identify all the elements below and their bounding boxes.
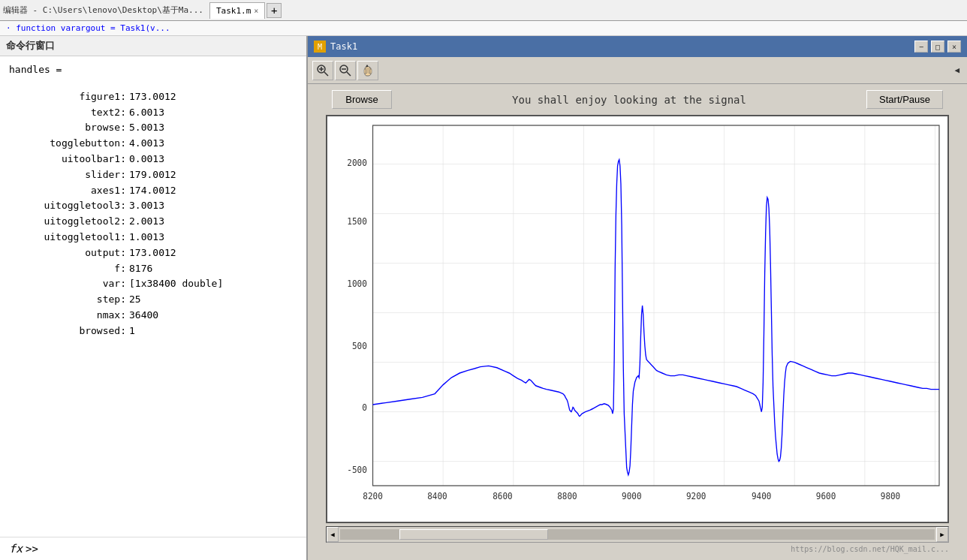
handles-label: handles =: [9, 62, 297, 78]
close-tab-icon[interactable]: ×: [254, 7, 258, 15]
svg-text:8800: 8800: [557, 491, 577, 502]
var-value: 0.0013: [129, 152, 164, 167]
var-name: uitoggletool1:: [9, 230, 129, 245]
minimize-button[interactable]: −: [914, 41, 928, 53]
svg-text:9600: 9600: [816, 491, 836, 502]
var-name: browsed:: [9, 324, 129, 339]
var-name: figure1:: [9, 89, 129, 105]
figure-title-text: Task1: [330, 41, 357, 52]
var-value: 2.0013: [129, 214, 164, 230]
var-name: axes1:: [9, 183, 129, 199]
code-text: · function varargout = Task1(v...: [6, 23, 170, 33]
svg-text:9800: 9800: [881, 491, 901, 502]
svg-text:2000: 2000: [347, 158, 367, 169]
cmd-content: handles = figure1: 173.0012text2: 6.0013…: [0, 56, 306, 537]
svg-line-5: [347, 72, 351, 76]
var-value: 174.0012: [129, 183, 176, 199]
close-button[interactable]: ×: [947, 41, 961, 53]
tab-bar: Task1.m × +: [209, 2, 282, 19]
svg-rect-8: [369, 68, 370, 74]
svg-rect-9: [364, 69, 366, 74]
svg-text:1000: 1000: [347, 278, 367, 289]
scroll-right-button[interactable]: ▶: [936, 527, 948, 542]
code-preview-line: · function varargout = Task1(v...: [0, 21, 967, 36]
svg-rect-11: [327, 116, 947, 522]
var-name: step:: [9, 292, 129, 308]
zoom-in-button[interactable]: [312, 61, 333, 80]
add-tab-button[interactable]: +: [267, 3, 282, 18]
toolbar-right-arrow: ◀: [954, 65, 962, 75]
svg-text:8200: 8200: [363, 491, 383, 502]
var-value: 179.0012: [129, 167, 176, 183]
var-line: step: 25: [9, 292, 297, 308]
var-line: uitoggletool1: 1.0013: [9, 230, 297, 245]
var-name: f:: [9, 261, 129, 277]
svg-rect-10: [370, 69, 372, 74]
var-value: 8176: [129, 261, 152, 277]
figure-titlebar: M Task1 − □ ×: [308, 36, 967, 57]
var-name: uitoolbar1:: [9, 152, 129, 167]
svg-text:0: 0: [362, 402, 367, 414]
var-value: [1x38400 double]: [129, 276, 223, 292]
figure-title-left: M Task1: [314, 41, 357, 53]
figure-icon-letter: M: [318, 43, 322, 51]
svg-text:9000: 9000: [622, 491, 642, 502]
var-value: 36400: [129, 308, 158, 324]
var-name: uitoggletool3:: [9, 198, 129, 214]
horizontal-scrollbar[interactable]: ◀ ▶: [326, 526, 949, 543]
var-line: slider: 179.0012: [9, 167, 297, 183]
var-line: var: [1x38400 double]: [9, 276, 297, 292]
svg-text:-500: -500: [347, 465, 367, 476]
var-name: output:: [9, 245, 129, 261]
right-panel: M Task1 − □ ×: [308, 36, 967, 560]
fx-icon: fx: [9, 542, 23, 555]
var-value: 25: [129, 292, 141, 308]
zoom-out-button[interactable]: [335, 61, 356, 80]
browse-button[interactable]: Browse: [332, 90, 392, 109]
figure-app-icon: M: [314, 41, 326, 53]
main-layout: 命令行窗口 handles = figure1: 173.0012text2: …: [0, 36, 967, 560]
var-line: text2: 6.0013: [9, 105, 297, 121]
svg-text:9400: 9400: [752, 491, 772, 502]
editor-bar: 编辑器 - C:\Users\lenovo\Desktop\基于Ma... Ta…: [0, 0, 967, 21]
var-line: figure1: 173.0012: [9, 89, 297, 105]
var-name: uitoggletool2:: [9, 214, 129, 230]
var-line: uitoolbar1: 0.0013: [9, 152, 297, 167]
var-line: axes1: 174.0012: [9, 183, 297, 199]
svg-text:8600: 8600: [493, 491, 513, 502]
maximize-button[interactable]: □: [931, 41, 944, 53]
signal-text: You shall enjoy looking at the signal: [512, 94, 746, 106]
watermark: https://blog.csdn.net/HQK_mail.c...: [320, 544, 955, 554]
editor-title: 编辑器 - C:\Users\lenovo\Desktop\基于Ma...: [3, 5, 203, 16]
scroll-thumb[interactable]: [399, 529, 548, 540]
variables-list: figure1: 173.0012text2: 6.0013browse: 5.…: [9, 89, 297, 339]
var-name: nmax:: [9, 308, 129, 324]
var-name: togglebutton:: [9, 136, 129, 152]
var-value: 1.0013: [129, 230, 164, 245]
var-value: 173.0012: [129, 89, 176, 105]
watermark-text: https://blog.csdn.net/HQK_mail.c...: [791, 545, 949, 553]
handles-text: handles =: [9, 62, 62, 78]
tab-label: Task1.m: [216, 6, 251, 16]
var-line: nmax: 36400: [9, 308, 297, 324]
var-name: text2:: [9, 105, 129, 121]
var-value: 6.0013: [129, 105, 164, 121]
var-value: 173.0012: [129, 245, 176, 261]
start-pause-button[interactable]: Start/Pause: [866, 90, 943, 109]
var-value: 1: [129, 324, 135, 339]
var-name: browse:: [9, 120, 129, 136]
cmd-title: 命令行窗口: [0, 36, 306, 56]
svg-line-1: [324, 72, 328, 76]
editor-tab[interactable]: Task1.m ×: [209, 2, 265, 19]
var-line: browse: 5.0013: [9, 120, 297, 136]
scroll-left-button[interactable]: ◀: [327, 527, 339, 542]
svg-rect-7: [366, 67, 367, 74]
left-panel: 命令行窗口 handles = figure1: 173.0012text2: …: [0, 36, 308, 560]
svg-text:8400: 8400: [427, 491, 447, 502]
pan-button[interactable]: [357, 61, 378, 80]
scroll-track[interactable]: [340, 529, 935, 540]
svg-text:500: 500: [352, 340, 367, 351]
var-line: browsed: 1: [9, 324, 297, 339]
var-name: var:: [9, 276, 129, 292]
plot-container: 2000 1500 1000 500 0 -500 8200: [326, 115, 949, 523]
